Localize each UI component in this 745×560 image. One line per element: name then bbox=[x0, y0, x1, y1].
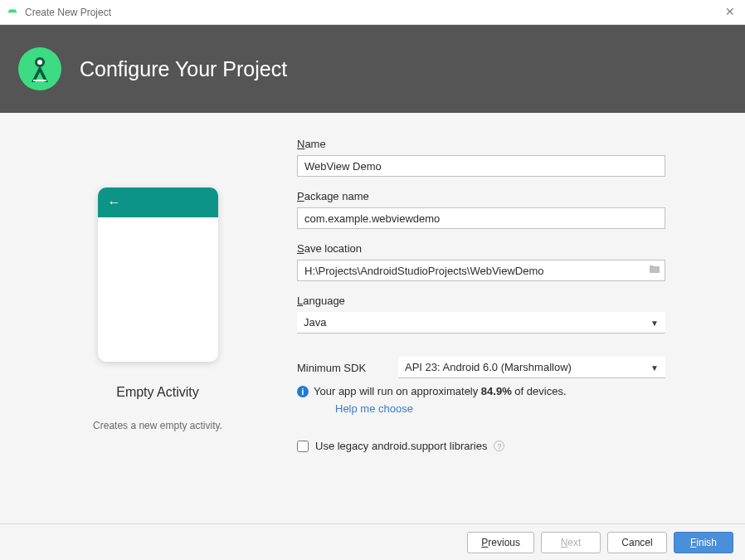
window-title: Create New Project bbox=[25, 7, 111, 18]
legacy-libraries-row: Use legacy android.support libraries ? bbox=[297, 440, 712, 452]
name-label: Name bbox=[297, 138, 712, 150]
svg-point-2 bbox=[37, 60, 42, 65]
chevron-down-icon: ▼ bbox=[650, 363, 659, 373]
titlebar: Create New Project ✕ bbox=[0, 0, 745, 25]
location-field-group: Save location bbox=[297, 242, 712, 281]
minimum-sdk-label: Minimum SDK bbox=[297, 362, 398, 374]
package-input[interactable] bbox=[297, 207, 665, 229]
name-field-group: Name bbox=[297, 138, 712, 177]
location-input[interactable] bbox=[297, 260, 665, 281]
template-name: Empty Activity bbox=[116, 385, 199, 400]
finish-button[interactable]: Finish bbox=[674, 532, 733, 553]
legacy-libraries-checkbox[interactable] bbox=[297, 441, 309, 452]
language-label: Language bbox=[297, 295, 712, 307]
device-coverage-info: i Your app will run on approximately 84.… bbox=[297, 385, 712, 397]
language-select[interactable]: Java ▼ bbox=[297, 312, 665, 334]
template-description: Creates a new empty activity. bbox=[93, 420, 222, 431]
close-icon[interactable]: ✕ bbox=[725, 5, 735, 18]
next-button: Next bbox=[541, 532, 601, 553]
form-column: Name Package name Save location Language… bbox=[282, 138, 712, 523]
location-label: Save location bbox=[297, 242, 712, 255]
help-icon[interactable]: ? bbox=[494, 441, 504, 451]
minimum-sdk-value: API 23: Android 6.0 (Marshmallow) bbox=[405, 361, 572, 373]
page-title: Configure Your Project bbox=[80, 57, 287, 81]
dialog-footer: Previous Next Cancel Finish bbox=[0, 523, 745, 560]
help-me-choose-link[interactable]: Help me choose bbox=[335, 402, 413, 415]
chevron-down-icon: ▼ bbox=[650, 319, 659, 328]
header-banner: Configure Your Project bbox=[0, 25, 745, 113]
minimum-sdk-select[interactable]: API 23: Android 6.0 (Marshmallow) ▼ bbox=[398, 357, 665, 378]
minimum-sdk-row: Minimum SDK API 23: Android 6.0 (Marshma… bbox=[297, 357, 712, 378]
legacy-libraries-label: Use legacy android.support libraries bbox=[315, 440, 487, 452]
browse-folder-icon[interactable] bbox=[649, 264, 660, 276]
language-field-group: Language Java ▼ bbox=[297, 295, 712, 334]
device-coverage-text: Your app will run on approximately 84.9%… bbox=[314, 385, 567, 397]
language-value: Java bbox=[304, 316, 326, 329]
phone-preview: ← bbox=[98, 187, 218, 362]
package-label: Package name bbox=[297, 190, 712, 202]
previous-button[interactable]: Previous bbox=[467, 532, 534, 553]
cancel-button[interactable]: Cancel bbox=[607, 532, 667, 553]
android-studio-logo-icon bbox=[18, 47, 61, 90]
android-app-icon bbox=[7, 7, 18, 18]
info-icon: i bbox=[297, 386, 309, 397]
template-preview-column: ← Empty Activity Creates a new empty act… bbox=[33, 138, 282, 523]
phone-topbar: ← bbox=[98, 187, 218, 217]
back-arrow-icon: ← bbox=[108, 195, 121, 210]
content-area: ← Empty Activity Creates a new empty act… bbox=[0, 113, 745, 523]
package-field-group: Package name bbox=[297, 190, 712, 229]
name-input[interactable] bbox=[297, 155, 665, 177]
